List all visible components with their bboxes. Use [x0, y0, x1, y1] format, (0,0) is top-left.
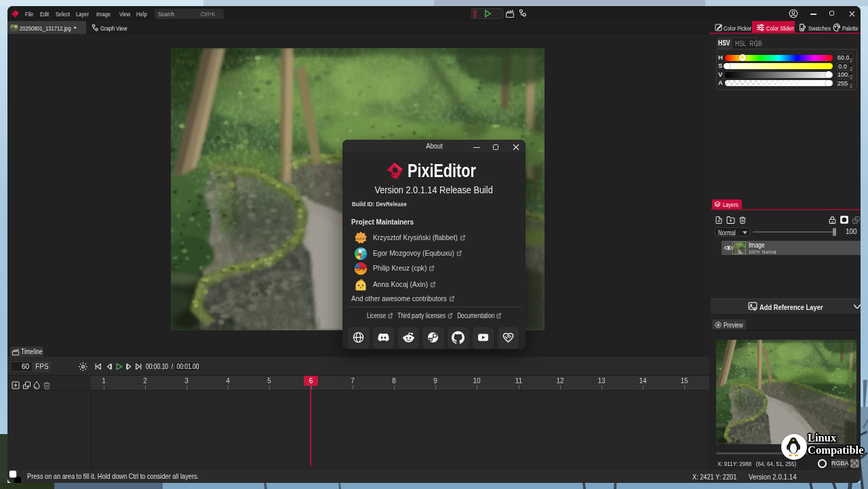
svg-text:α: α — [831, 220, 833, 224]
svg-text:</>: </> — [357, 237, 365, 241]
svg-text:CPK: CPK — [356, 267, 366, 271]
